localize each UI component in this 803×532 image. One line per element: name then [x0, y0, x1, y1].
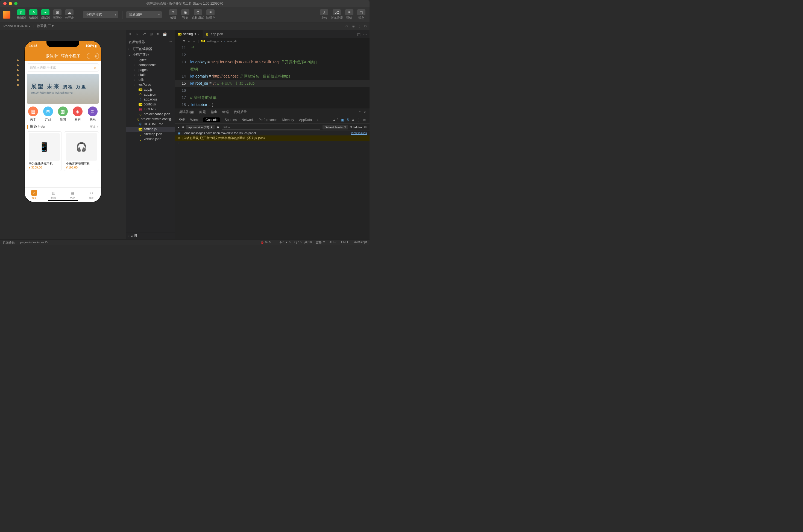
lang-mode[interactable]: JavaScript: [353, 240, 367, 244]
indent[interactable]: 空格: 2: [316, 240, 325, 244]
rotate-icon[interactable]: ▯: [359, 24, 361, 28]
open-editors-section[interactable]: ›打开的编辑器: [126, 46, 175, 52]
upload-button[interactable]: ⤴上传: [319, 9, 330, 20]
console-prompt[interactable]: ›: [175, 141, 369, 145]
more-link[interactable]: 更多 >: [90, 125, 98, 129]
nav-icon-产品[interactable]: ⊞产品: [43, 107, 53, 121]
expand-icon[interactable]: ⌃: [358, 110, 361, 114]
list-icon[interactable]: ☰: [178, 39, 180, 43]
copy-icon[interactable]: ⧉: [45, 241, 48, 244]
record-icon[interactable]: ◉: [352, 24, 355, 28]
file-README.md[interactable]: ⓘREADME.md: [126, 121, 175, 127]
product-card[interactable]: 🎧小米蓝牙项圈耳机¥ 198.00: [64, 131, 99, 171]
split-icon[interactable]: ◫: [357, 32, 361, 36]
minimize-window[interactable]: [9, 2, 12, 5]
console-tab[interactable]: Console: [203, 117, 220, 122]
project-root[interactable]: ⌄小程序前台: [126, 52, 175, 58]
file-config.js[interactable]: JSconfig.js: [126, 102, 175, 107]
nav-icon-案例[interactable]: ◈案例: [73, 107, 83, 121]
scope-icon[interactable]: ▸: [178, 125, 179, 129]
git-icon[interactable]: ⎇: [142, 32, 146, 36]
search-input[interactable]: 请输入关键词搜索 ⌕: [27, 63, 99, 72]
file-static[interactable]: ›🖿static: [126, 72, 175, 77]
nav-icon-新闻[interactable]: ▥新闻: [58, 107, 68, 121]
preview-button[interactable]: ◉预览: [180, 9, 191, 20]
more-icon[interactable]: ⋯: [169, 40, 172, 44]
console-log[interactable]: ▣Some messages have been moved to the Is…: [175, 131, 369, 239]
ext-icon[interactable]: ⊞: [150, 32, 153, 36]
detail-button[interactable]: ≡详情: [344, 9, 355, 20]
back-icon[interactable]: ←: [187, 40, 190, 43]
inspect-icon[interactable]: �走: [179, 117, 185, 122]
file-.gitee[interactable]: ›🖿.gitee: [126, 58, 175, 62]
tabbar-我的[interactable]: ☺我的: [82, 188, 101, 202]
breadcrumb[interactable]: ☰ ⚑ ← → | JS setting.js › ▫ root_dir: [175, 38, 369, 44]
files-icon[interactable]: 🗎: [128, 32, 132, 36]
cursor-pos[interactable]: 行 15，列 18: [294, 240, 312, 244]
tab-app-json[interactable]: app.json: [202, 30, 226, 38]
visual-toggle[interactable]: ⊞可视化: [52, 9, 63, 20]
gear-icon[interactable]: ⚙: [351, 118, 354, 122]
issues-tab[interactable]: 问题: [199, 110, 206, 114]
page-path[interactable]: 页面路径： | pages/index/index ⧉: [3, 240, 48, 244]
problems-count[interactable]: ⊘ 0 ▲ 0: [279, 241, 291, 244]
hot-reload-select[interactable]: 热重载 开 ▾: [37, 24, 54, 28]
refresh-icon[interactable]: ⟳: [345, 24, 348, 28]
file-app.json[interactable]: app.json: [126, 92, 175, 97]
file-pages[interactable]: ›🖿pages: [126, 68, 175, 72]
editor-toggle[interactable]: ‹/›编辑器: [28, 9, 39, 20]
levels-select[interactable]: Default levels▾: [323, 125, 348, 130]
debugger-toggle[interactable]: ⌁调试器: [40, 9, 51, 20]
real-debug-button[interactable]: ⚙真机调试: [192, 9, 204, 20]
overflow-icon[interactable]: »: [317, 118, 319, 122]
sources-tab[interactable]: Sources: [225, 118, 237, 122]
hidden-count[interactable]: 3 hidden: [350, 126, 362, 129]
file-app.wxss[interactable]: #app.wxss: [126, 97, 175, 102]
db-icon[interactable]: ≡: [157, 32, 159, 36]
compile-button[interactable]: ⟳编译: [168, 9, 179, 20]
file-sitemap.json[interactable]: sitemap.json: [126, 132, 175, 136]
project-avatar[interactable]: [3, 11, 11, 19]
warn-badge[interactable]: ▲ 3: [332, 118, 339, 122]
file-setting.js[interactable]: JSsetting.js: [126, 127, 175, 132]
dock-icon[interactable]: ⧉: [363, 118, 366, 122]
close-icon[interactable]: ×: [198, 33, 199, 36]
file-utils[interactable]: ›🖿utils: [126, 77, 175, 82]
info-badge[interactable]: ▣ 15: [341, 118, 349, 122]
wxml-tab[interactable]: Wxml: [190, 118, 198, 122]
device-select[interactable]: iPhone X 85% 16 ▾: [3, 24, 31, 28]
search-icon[interactable]: ⌕: [136, 32, 138, 36]
nav-icon-联系[interactable]: ✆联系: [88, 107, 97, 121]
memory-tab[interactable]: Memory: [282, 118, 294, 122]
network-tab[interactable]: Network: [242, 118, 254, 122]
more-icon[interactable]: ⋯: [363, 32, 367, 36]
message-button[interactable]: ◻消息: [356, 9, 367, 20]
file-wxParse[interactable]: ›🖿wxParse: [126, 82, 175, 87]
output-tab[interactable]: 输出: [211, 110, 217, 114]
capsule-menu[interactable]: ⋯: [87, 53, 93, 59]
file-components[interactable]: ›🖿components: [126, 62, 175, 68]
compile-mode-select[interactable]: 普通编译: [126, 11, 162, 18]
terminal-tab[interactable]: 终端: [222, 110, 229, 114]
nav-icon-关于[interactable]: ▤关于: [28, 107, 38, 121]
simulator-toggle[interactable]: ▯模拟器: [16, 9, 27, 20]
product-card[interactable]: 📱华为无线快充手机¥ 3109.00: [27, 131, 62, 171]
file-LICENSE[interactable]: ▤LICENSE: [126, 107, 175, 112]
appdata-tab[interactable]: AppData: [299, 118, 312, 122]
file-app.js[interactable]: JSapp.js: [126, 87, 175, 92]
encoding[interactable]: UTF-8: [329, 240, 337, 244]
gear-icon[interactable]: ⚙: [364, 125, 367, 129]
debugger-tab[interactable]: 调试器 3: [179, 110, 194, 114]
cloud-toggle[interactable]: ☁云开发: [64, 9, 75, 20]
view-issues-link[interactable]: View issues: [351, 131, 367, 135]
eol[interactable]: CRLF: [341, 240, 349, 244]
tab-setting-js[interactable]: JSsetting.js×: [175, 30, 202, 38]
file-project.private.config....[interactable]: project.private.config....: [126, 117, 175, 121]
clear-icon[interactable]: ⊘: [181, 125, 184, 129]
code-editor[interactable]: 11 */ 12 13let apikey = 's6gTfcHSv8Cjs3K…: [175, 44, 369, 108]
bookmark-icon[interactable]: ⚑: [183, 39, 185, 43]
maximize-window[interactable]: [14, 2, 18, 5]
context-select[interactable]: appservice (#3)▾: [186, 125, 215, 130]
close-icon[interactable]: ×: [364, 110, 366, 114]
fwd-icon[interactable]: →: [193, 40, 196, 43]
